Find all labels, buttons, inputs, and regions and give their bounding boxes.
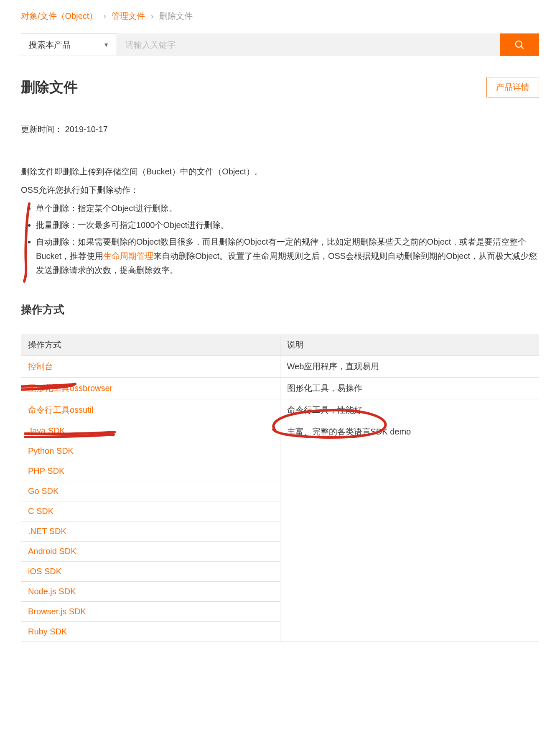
table-row: 控制台 Web应用程序，直观易用 bbox=[21, 356, 539, 378]
method-link[interactable]: iOS SDK bbox=[28, 567, 61, 576]
lifecycle-link[interactable]: 生命周期管理 bbox=[103, 251, 153, 261]
method-desc: 命令行工具，性能好 bbox=[280, 399, 539, 421]
delete-modes-list: 单个删除：指定某个Object进行删除。 批量删除：一次最多可指定1000个Ob… bbox=[21, 201, 539, 277]
section-title: 操作方式 bbox=[21, 302, 539, 317]
method-link[interactable]: Node.js SDK bbox=[28, 587, 76, 596]
svg-line-1 bbox=[521, 46, 523, 49]
search-scope-select[interactable]: 搜索本产品 ▼ bbox=[21, 33, 117, 56]
search-bar: 搜索本产品 ▼ bbox=[21, 33, 539, 56]
method-link[interactable]: Ruby SDK bbox=[28, 627, 67, 636]
list-item: 批量删除：一次最多可指定1000个Object进行删除。 bbox=[36, 218, 539, 232]
table-row: 命令行工具ossutil 命令行工具，性能好 bbox=[21, 399, 539, 421]
method-link[interactable]: 图形化工具ossbrowser bbox=[28, 383, 112, 393]
method-link[interactable]: .NET SDK bbox=[28, 526, 66, 536]
divider bbox=[21, 111, 539, 111]
method-link[interactable]: Python SDK bbox=[28, 446, 74, 455]
update-time: 更新时间： 2019-10-17 bbox=[21, 124, 539, 135]
chevron-down-icon: ▼ bbox=[103, 41, 109, 48]
update-value: 2019-10-17 bbox=[65, 125, 108, 134]
breadcrumb-current: 删除文件 bbox=[159, 11, 193, 20]
breadcrumb-mid[interactable]: 管理文件 bbox=[112, 11, 145, 20]
list-item: 自动删除：如果需要删除的Object数目很多，而且删除的Object有一定的规律… bbox=[36, 235, 539, 277]
title-row: 删除文件 产品详情 bbox=[21, 77, 539, 97]
product-detail-button[interactable]: 产品详情 bbox=[486, 77, 539, 97]
table-row: 图形化工具ossbrowser 图形化工具，易操作 bbox=[21, 378, 539, 399]
search-scope-label: 搜索本产品 bbox=[29, 39, 71, 51]
table-header-method: 操作方式 bbox=[21, 334, 280, 356]
method-link[interactable]: PHP SDK bbox=[28, 466, 64, 475]
method-link[interactable]: Browser.js SDK bbox=[28, 607, 86, 616]
search-input[interactable] bbox=[117, 33, 500, 56]
method-link[interactable]: C SDK bbox=[28, 506, 53, 516]
table-row: Java SDK 丰富、完整的各类语言SDK demo bbox=[21, 421, 539, 441]
method-desc: 丰富、完整的各类语言SDK demo bbox=[280, 421, 539, 642]
method-desc: Web应用程序，直观易用 bbox=[280, 356, 539, 378]
method-desc: 图形化工具，易操作 bbox=[280, 378, 539, 399]
list-item: 单个删除：指定某个Object进行删除。 bbox=[36, 201, 539, 215]
page-title: 删除文件 bbox=[21, 78, 78, 97]
method-link[interactable]: Go SDK bbox=[28, 486, 59, 496]
breadcrumb-root[interactable]: 对象/文件（Object） bbox=[21, 11, 97, 20]
intro-paragraph-2: OSS允许您执行如下删除动作： bbox=[21, 183, 539, 197]
method-link[interactable]: 命令行工具ossutil bbox=[28, 405, 94, 414]
page-wrap: 对象/文件（Object） › 管理文件 › 删除文件 搜索本产品 ▼ 删除文件… bbox=[21, 10, 539, 642]
table-header-desc: 说明 bbox=[280, 334, 539, 356]
method-link[interactable]: 控制台 bbox=[28, 362, 53, 371]
operation-table: 操作方式 说明 控制台 Web应用程序，直观易用 图形化工具ossbrowser… bbox=[21, 334, 539, 642]
chevron-right-icon: › bbox=[151, 11, 154, 20]
chevron-right-icon: › bbox=[103, 11, 106, 20]
method-link[interactable]: Android SDK bbox=[28, 547, 76, 556]
svg-point-0 bbox=[516, 41, 522, 47]
search-button[interactable] bbox=[500, 33, 539, 56]
update-label: 更新时间： bbox=[21, 125, 63, 134]
search-icon bbox=[514, 39, 525, 50]
breadcrumb: 对象/文件（Object） › 管理文件 › 删除文件 bbox=[21, 10, 539, 22]
intro-paragraph-1: 删除文件即删除上传到存储空间（Bucket）中的文件（Object）。 bbox=[21, 164, 539, 179]
method-link[interactable]: Java SDK bbox=[28, 426, 65, 435]
